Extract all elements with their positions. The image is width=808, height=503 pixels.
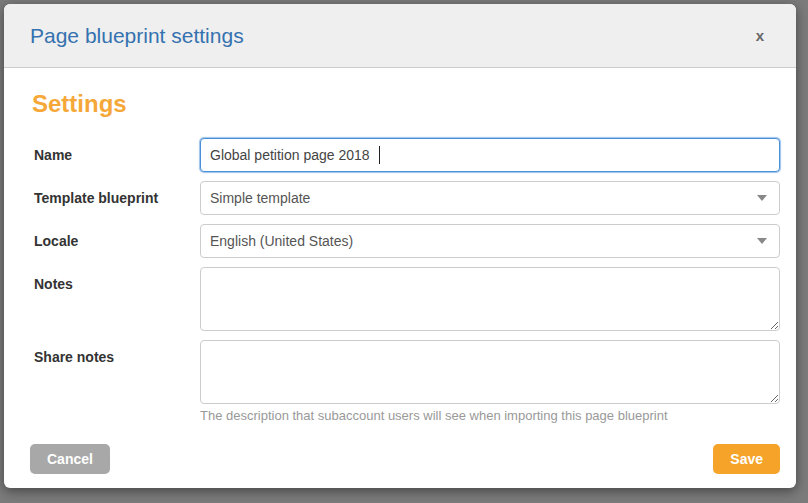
share-notes-label: Share notes (30, 340, 200, 365)
locale-field-wrap: English (United States) (200, 224, 780, 258)
name-field-wrap (200, 138, 780, 172)
notes-label: Notes (30, 267, 200, 292)
share-notes-textarea[interactable] (200, 340, 780, 404)
share-notes-field-wrap: The description that subaccount users wi… (200, 340, 780, 423)
notes-textarea[interactable] (200, 267, 780, 331)
notes-row: Notes (30, 267, 780, 331)
close-icon[interactable]: x (752, 24, 768, 47)
share-notes-help-text: The description that subaccount users wi… (200, 408, 780, 423)
locale-selected-value: English (United States) (210, 233, 353, 249)
modal-title: Page blueprint settings (30, 24, 244, 48)
name-label: Name (30, 138, 200, 163)
modal-footer: Cancel Save (4, 432, 796, 474)
notes-field-wrap (200, 267, 780, 331)
chevron-down-icon (757, 238, 767, 244)
share-notes-row: Share notes The description that subacco… (30, 340, 780, 423)
template-blueprint-label: Template blueprint (30, 181, 200, 206)
chevron-down-icon (757, 195, 767, 201)
modal-body: Settings Name Template blueprint Simple … (4, 68, 796, 423)
locale-select[interactable]: English (United States) (200, 224, 780, 258)
cancel-button[interactable]: Cancel (30, 444, 110, 474)
template-blueprint-row: Template blueprint Simple template (30, 181, 780, 215)
save-button[interactable]: Save (713, 444, 780, 474)
template-blueprint-field-wrap: Simple template (200, 181, 780, 215)
page-blueprint-settings-modal: Page blueprint settings x Settings Name … (4, 4, 796, 488)
settings-section-heading: Settings (32, 90, 780, 118)
name-input[interactable] (200, 138, 780, 172)
name-row: Name (30, 138, 780, 172)
text-cursor (379, 146, 380, 164)
locale-row: Locale English (United States) (30, 224, 780, 258)
modal-header: Page blueprint settings x (4, 4, 796, 68)
locale-label: Locale (30, 224, 200, 249)
template-blueprint-select[interactable]: Simple template (200, 181, 780, 215)
template-blueprint-selected-value: Simple template (210, 190, 310, 206)
